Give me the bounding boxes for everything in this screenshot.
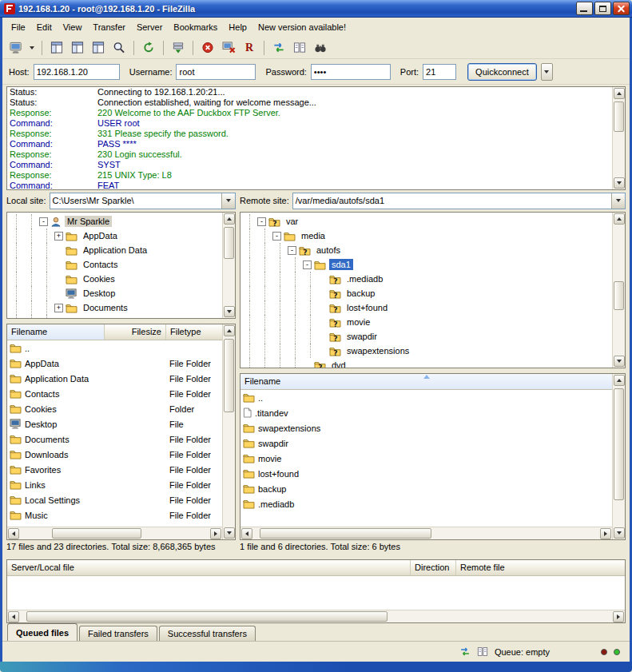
tree-item[interactable]: -var [242,214,612,229]
tree-item[interactable]: dvd [242,358,612,368]
process-queue-button[interactable] [169,39,188,57]
toggle-remote-tree-button[interactable] [89,39,108,57]
column-header-filename[interactable]: Filename [7,324,105,340]
host-input[interactable] [34,64,120,80]
local-list-horizontal-scrollbar[interactable] [7,527,222,539]
tree-expander-icon[interactable]: - [303,260,312,269]
tree-item[interactable]: +Documents [9,300,222,315]
port-input[interactable] [423,64,456,80]
scrollbar-thumb[interactable] [614,281,624,310]
tree-item[interactable]: -Mr Sparkle [9,214,222,229]
scrollbar-track[interactable] [613,100,625,177]
local-tree-vertical-scrollbar[interactable] [222,213,235,318]
quickconnect-dropdown-arrow[interactable] [541,63,553,81]
file-row[interactable]: lost+found [240,466,612,481]
tab-queued-files[interactable]: Queued files [7,623,78,641]
tree-item[interactable]: -media [242,229,612,243]
file-row[interactable]: CookiesFolder [7,401,222,416]
file-row[interactable]: FavoritesFile Folder [7,462,222,477]
file-row[interactable]: .mediadb [240,496,612,511]
scrollbar-thumb[interactable] [614,101,624,132]
scroll-down-button[interactable] [614,527,625,539]
tree-expander-icon[interactable]: - [39,217,48,226]
scroll-down-button[interactable] [614,177,625,189]
tree-item[interactable]: +AppData [9,229,222,243]
site-manager-button[interactable] [6,39,26,57]
tree-expander-icon[interactable]: - [272,232,281,241]
splitter-collapse-arrow[interactable] [423,375,430,379]
menu-transfer[interactable]: Transfer [87,20,131,34]
column-header-remote-file[interactable]: Remote file [456,560,625,575]
tree-expander-icon[interactable]: - [288,246,296,255]
dropdown-arrow-icon[interactable] [611,193,625,209]
title-bar[interactable]: 192.168.1.20 - root@192.168.1.20 - FileZ… [0,0,632,18]
scrollbar-track[interactable] [20,610,612,622]
file-row[interactable]: Local SettingsFile Folder [7,492,222,507]
scroll-right-button[interactable] [600,528,611,539]
remote-list-vertical-scrollbar[interactable] [612,374,625,539]
file-row[interactable]: .. [240,390,612,405]
tree-item[interactable]: movie [242,315,612,329]
scrollbar-thumb[interactable] [52,528,141,539]
tree-expander-icon[interactable]: + [54,318,63,319]
site-manager-dropdown-arrow[interactable] [27,39,37,57]
column-header-direction[interactable]: Direction [411,560,456,575]
file-row[interactable]: movie [240,451,612,466]
file-row[interactable]: Application DataFile Folder [7,371,222,386]
minimize-button[interactable] [576,2,593,15]
scroll-up-button[interactable] [614,88,625,99]
remote-site-combobox[interactable]: /var/media/autofs/sda1 [292,193,626,209]
scroll-right-button[interactable] [210,528,221,539]
cancel-button[interactable] [198,39,217,57]
tree-item[interactable]: backup [242,286,612,300]
scrollbar-track[interactable] [223,337,235,527]
scroll-up-button[interactable] [614,213,625,225]
menu-help[interactable]: Help [223,20,252,34]
scrollbar-track[interactable] [613,387,625,527]
scrollbar-thumb[interactable] [26,611,388,622]
column-header-filetype[interactable]: Filetype [166,324,222,340]
tree-expander-icon[interactable]: - [257,217,266,226]
column-header-filesize[interactable]: Filesize [105,324,166,340]
file-row[interactable]: DownloadsFile Folder [7,447,222,462]
local-site-combobox[interactable]: C:\Users\Mr Sparkle\ [50,193,236,209]
scroll-left-button[interactable] [8,528,19,539]
file-row[interactable]: MusicFile Folder [7,507,222,523]
log-vertical-scrollbar[interactable] [612,87,625,189]
tree-item[interactable]: -autofs [242,243,612,257]
tree-item[interactable]: +Downloads [9,315,222,318]
queue-horizontal-scrollbar[interactable] [7,610,625,622]
scroll-up-button[interactable] [224,213,235,225]
tree-item[interactable]: lost+found [242,300,612,315]
menu-new-version[interactable]: New version available! [252,20,352,34]
tree-item[interactable]: -sda1 [242,257,612,272]
file-row[interactable]: DocumentsFile Folder [7,431,222,447]
remote-tree-vertical-scrollbar[interactable] [612,213,625,368]
file-row[interactable]: ContactsFile Folder [7,386,222,401]
file-row[interactable]: backup [240,481,612,496]
find-button[interactable] [311,39,330,57]
menu-view[interactable]: View [58,20,88,34]
menu-bookmarks[interactable]: Bookmarks [168,20,223,34]
dropdown-arrow-icon[interactable] [221,193,235,209]
tab-failed-transfers[interactable]: Failed transfers [79,626,157,641]
directory-comparison-button[interactable] [290,39,309,57]
file-row[interactable]: swapextensions [240,420,612,435]
maximize-button[interactable] [594,2,611,15]
tree-expander-icon[interactable]: + [54,232,63,241]
file-row[interactable]: .. [7,340,222,356]
toggle-queue-button[interactable] [109,39,129,57]
file-row[interactable]: LinksFile Folder [7,477,222,492]
tree-item[interactable]: swapdir [242,329,612,344]
tree-item[interactable]: Application Data [9,243,222,257]
scrollbar-track[interactable] [223,225,235,305]
toggle-local-tree-button[interactable] [68,39,87,57]
menu-edit[interactable]: Edit [31,20,58,34]
tree-item[interactable]: Desktop [9,286,222,300]
scrollbar-track[interactable] [20,527,209,539]
refresh-button[interactable] [139,39,158,57]
synchronized-browsing-button[interactable] [269,39,288,57]
close-button[interactable] [613,2,630,15]
scrollbar-thumb[interactable] [224,339,234,412]
scroll-down-button[interactable] [224,306,235,317]
